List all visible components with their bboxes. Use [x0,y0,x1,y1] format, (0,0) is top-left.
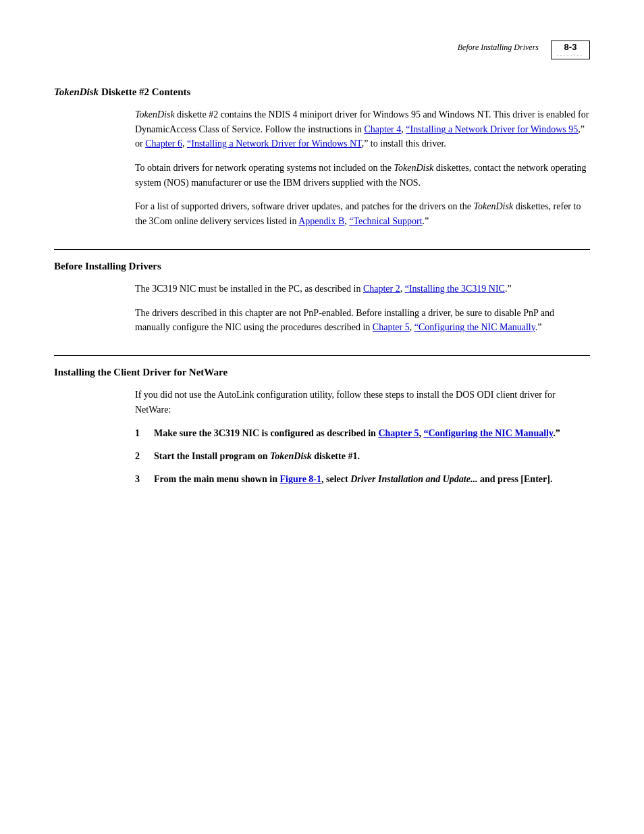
list-text-2: Start the Install program on TokenDisk d… [154,449,360,464]
tokendisk-p3: For a list of supported drivers, softwar… [135,199,590,228]
chapter2-link[interactable]: Chapter 2 [363,284,400,294]
before-installing-content: The 3C319 NIC must be installed in the P… [135,282,590,335]
page-header: Before Installing Drivers 8-3 ········ [0,0,644,73]
tokendisk-brand-1: TokenDisk [135,109,175,120]
before-p1: The 3C319 NIC must be installed in the P… [135,282,590,296]
tokendisk-p2: To obtain drivers for network operating … [135,161,590,190]
page-number: 8-3 [564,42,577,52]
installing-section: Installing the Client Driver for NetWare… [54,367,590,486]
tokendisk-brand-2: TokenDisk [394,163,434,173]
header-title: Before Installing Drivers [458,43,539,53]
page: Before Installing Drivers 8-3 ········ T… [0,0,644,834]
installing-win95-link[interactable]: “Installing a Network Driver for Windows… [406,124,578,134]
figure81-link[interactable]: Figure 8-1 [279,474,321,484]
main-content: TokenDisk Diskette #2 Contents TokenDisk… [0,73,644,533]
installing-winnt-link[interactable]: “Installing a Network Driver for Windows… [187,138,362,149]
tokendisk-brand-4: TokenDisk [270,451,312,461]
tokendisk-content: TokenDisk diskette #2 contains the NDIS … [135,107,590,229]
driver-installation-italic: Driver Installation and Update... [350,474,477,484]
tokendisk-heading-rest: Diskette #2 Contents [101,86,191,97]
installing-content: If you did not use the AutoLink configur… [135,388,590,486]
list-num-1: 1 [135,426,147,441]
tokendisk-brand-3: TokenDisk [474,201,514,211]
divider-2 [54,355,590,356]
appendixb-link[interactable]: Appendix B [298,216,344,226]
header-box: Before Installing Drivers 8-3 ········ [458,41,590,59]
header-dots: ········ [557,53,584,59]
list-text-1: Make sure the 3C319 NIC is configured as… [154,426,560,441]
brand-italic: TokenDisk [54,86,99,97]
before-installing-section: Before Installing Drivers The 3C319 NIC … [54,261,590,335]
page-number-box: 8-3 ········ [551,41,590,59]
configuring-nic-link-2[interactable]: “Configuring the NIC Manually [423,428,553,438]
list-item-1: 1 Make sure the 3C319 NIC is configured … [135,426,590,441]
technical-support-link[interactable]: “Technical Support [349,216,422,226]
list-text-3: From the main menu shown in Figure 8-1, … [154,472,552,487]
numbered-list: 1 Make sure the 3C319 NIC is configured … [135,426,590,486]
chapter4-link[interactable]: Chapter 4 [364,124,401,134]
configuring-nic-link[interactable]: “Configuring the NIC Manually [414,322,535,332]
list-num-2: 2 [135,449,147,464]
installing-3c319-link[interactable]: “Installing the 3C319 NIC [405,284,505,294]
before-installing-heading: Before Installing Drivers [54,261,590,272]
installing-p1: If you did not use the AutoLink configur… [135,388,590,417]
list-num-3: 3 [135,472,147,487]
before-p2: The drivers described in this chapter ar… [135,306,590,335]
chapter5-link[interactable]: Chapter 5 [373,322,410,332]
divider-1 [54,249,590,250]
tokendisk-p1: TokenDisk diskette #2 contains the NDIS … [135,107,590,151]
list-item-2: 2 Start the Install program on TokenDisk… [135,449,590,464]
chapter5-link-2[interactable]: Chapter 5 [378,428,419,438]
chapter6-link[interactable]: Chapter 6 [145,138,182,149]
tokendisk-section: TokenDisk Diskette #2 Contents TokenDisk… [54,86,590,229]
list-item-3: 3 From the main menu shown in Figure 8-1… [135,472,590,487]
tokendisk-heading: TokenDisk Diskette #2 Contents [54,86,590,98]
installing-heading: Installing the Client Driver for NetWare [54,367,590,378]
